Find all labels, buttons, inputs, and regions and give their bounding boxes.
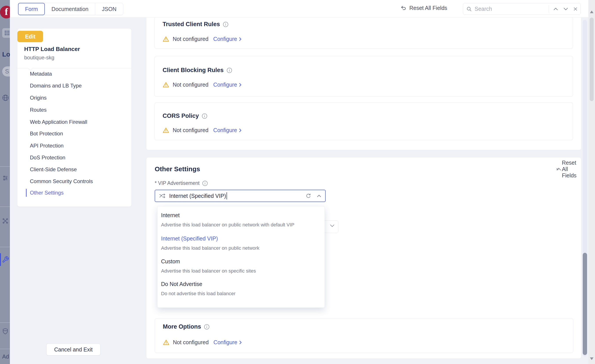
configure-link[interactable]: Configure (213, 127, 241, 133)
sidebar-item-client-side-defense[interactable]: Client-Side Defense (17, 164, 131, 175)
undo-icon (556, 166, 559, 172)
card-title: Client Blocking Rules (163, 67, 224, 74)
rail-divider (0, 166, 10, 167)
warning-icon (163, 82, 169, 88)
text-cursor (227, 192, 227, 199)
refresh-icon[interactable] (306, 193, 311, 199)
window-scrollbar[interactable] (588, 0, 595, 364)
chevron-right-icon (239, 128, 241, 132)
vip-advertisement-value: Internet (Specified VIP) (169, 193, 226, 199)
rail-divider (0, 349, 10, 349)
sidebar-item-domains-lb-type[interactable]: Domains and LB Type (17, 80, 131, 92)
left-nav-rail: f Lo S (0, 0, 10, 364)
trusted-client-rules-card: Trusted Client Rules Not configured Conf… (155, 17, 573, 49)
info-icon[interactable] (227, 67, 232, 73)
top-bar: Form Documentation JSON Reset All Fields (10, 0, 588, 18)
sidebar-item-common-security-controls[interactable]: Common Security Controls (17, 175, 131, 187)
tab-json[interactable]: JSON (95, 3, 123, 15)
rail-active-indicator (0, 253, 1, 266)
app-screen: f Lo S (0, 0, 595, 364)
chevron-right-icon (239, 341, 242, 344)
sidebar-item-metadata[interactable]: Metadata (17, 68, 131, 80)
sidebar-item-other-settings[interactable]: Other Settings (17, 187, 131, 199)
section-reset-label: Reset All Fields (562, 160, 580, 179)
undo-icon (401, 5, 406, 11)
configure-link[interactable]: Configure (213, 82, 241, 88)
chevron-up-icon[interactable] (317, 194, 321, 197)
card-title: CORS Policy (163, 113, 199, 119)
manage-wrench-icon[interactable] (2, 256, 8, 263)
tab-documentation[interactable]: Documentation (45, 3, 95, 15)
sidebar-item-bot-protection[interactable]: Bot Protection (17, 128, 131, 140)
rail-search-field-clipped[interactable]: S (2, 66, 10, 77)
reset-all-fields-button[interactable]: Reset All Fields (401, 5, 447, 11)
status-text: Not configured (173, 82, 208, 88)
info-icon[interactable] (202, 180, 208, 186)
reset-all-fields-label: Reset All Fields (409, 5, 447, 11)
window-scrollbar-thumb[interactable] (590, 18, 594, 101)
configure-link[interactable]: Configure (213, 339, 242, 346)
sidebar-item-waf[interactable]: Web Application Firewall (17, 116, 131, 128)
warning-icon (163, 36, 169, 42)
scroll-up-icon[interactable] (590, 11, 594, 13)
rail-divider (0, 207, 10, 207)
chevron-right-icon (239, 37, 241, 41)
vip-advertisement-combobox[interactable]: Internet (Specified VIP) (155, 190, 326, 202)
shuffle-icon (159, 193, 166, 199)
view-mode-tabs: Form Documentation JSON (18, 3, 123, 15)
chevron-right-icon (239, 83, 241, 87)
vip-advertisement-dropdown-menu: Internet Advertise this load balancer on… (157, 206, 325, 308)
sidebar-item-routes[interactable]: Routes (17, 104, 131, 116)
client-blocking-rules-card: Client Blocking Rules Not configured Con… (155, 56, 573, 97)
globe-icon[interactable] (2, 94, 9, 101)
configure-link[interactable]: Configure (213, 36, 241, 42)
sidebar-item-dos-protection[interactable]: DoS Protection (17, 152, 131, 164)
search-icon (466, 6, 472, 12)
overlay-scrollbar[interactable] (583, 20, 587, 357)
status-text: Not configured (173, 339, 209, 346)
app-grid-button[interactable] (2, 28, 10, 38)
search-box (463, 3, 581, 15)
overlay-scrollbar-thumb[interactable] (583, 253, 587, 355)
object-name: boutique-skg (24, 55, 54, 61)
rail-page-title-clipped: Lo (2, 50, 10, 58)
edit-mode-badge: Edit (17, 31, 43, 42)
load-balancer-icon[interactable] (2, 175, 8, 181)
card-title: More Options (163, 323, 201, 330)
dropdown-option-custom[interactable]: Custom Advertise this load balancer on s… (161, 258, 321, 274)
tab-form[interactable]: Form (18, 3, 45, 15)
form-nav-sidebar: Edit HTTP Load Balancer boutique-skg Met… (17, 29, 131, 207)
search-next-icon[interactable] (563, 7, 568, 11)
f5-logo: f (0, 6, 10, 18)
rail-divider (0, 322, 10, 323)
sidebar-item-origins[interactable]: Origins (17, 92, 131, 104)
chevron-down-icon (330, 224, 335, 227)
dropdown-option-internet[interactable]: Internet Advertise this load balancer on… (161, 212, 321, 228)
search-input[interactable] (475, 6, 549, 12)
info-icon[interactable] (202, 113, 207, 119)
status-text: Not configured (173, 36, 208, 42)
status-text: Not configured (173, 127, 208, 133)
distributed-apps-icon[interactable] (2, 218, 8, 224)
grid-icon (4, 30, 10, 36)
info-icon[interactable] (204, 324, 210, 330)
scroll-down-icon[interactable] (590, 357, 594, 360)
info-icon[interactable] (223, 21, 228, 27)
dropdown-option-internet-specified-vip[interactable]: Internet (Specified VIP) Advertise this … (161, 235, 321, 251)
warning-icon (163, 339, 170, 345)
cancel-and-exit-button[interactable]: Cancel and Exit (46, 343, 100, 356)
sidebar-item-api-protection[interactable]: API Protection (17, 140, 131, 152)
warning-icon (163, 127, 169, 133)
object-type-title: HTTP Load Balancer (24, 46, 80, 52)
rail-admin-label-clipped: Ad (2, 353, 9, 360)
section-title: Other Settings (155, 165, 200, 173)
dropdown-option-do-not-advertise[interactable]: Do Not Advertise Do not advertise this l… (161, 280, 321, 297)
cors-policy-card: CORS Policy Not configured Configure (155, 102, 573, 140)
more-options-card: More Options Not configured Configure (155, 318, 573, 353)
card-title: Trusted Client Rules (163, 21, 220, 28)
section-reset-all-fields-button[interactable]: Reset All Fields (556, 160, 580, 179)
rail-divider (0, 247, 10, 247)
search-close-icon[interactable] (574, 7, 577, 11)
search-prev-icon[interactable] (553, 7, 558, 11)
shield-icon[interactable] (2, 328, 8, 335)
